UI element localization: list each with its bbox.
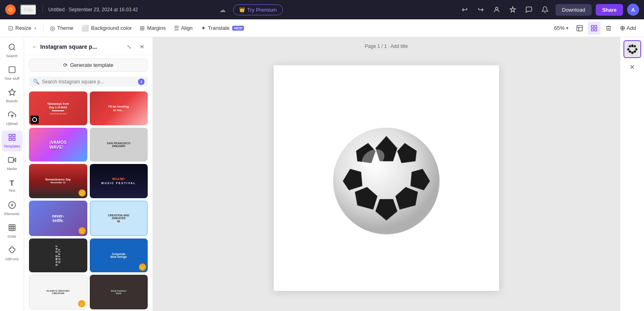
nav-divider-1 — [42, 6, 43, 14]
theme-button[interactable]: ◎ Theme — [47, 23, 76, 34]
try-premium-button[interactable]: 👑 Try Premium — [233, 4, 283, 15]
sidebar-item-brands[interactable]: Brands — [2, 85, 23, 106]
download-button[interactable]: Download — [555, 4, 592, 16]
template-card-12[interactable]: Dark FashionStyle — [90, 275, 148, 309]
editor-toolbar: ⊡ Resize ● ◎ Theme ⬜ Background color ⊞ … — [0, 19, 644, 37]
toolbar-divider-1 — [43, 24, 43, 33]
sidebar-item-search[interactable]: Search — [2, 40, 23, 61]
translate-icon: ✦ — [201, 25, 206, 32]
templates-icon — [8, 133, 16, 143]
undo-button[interactable]: ↩ — [458, 3, 471, 16]
sidebar-text-label: Text — [8, 189, 15, 193]
search-input[interactable] — [42, 79, 144, 85]
grid-view-icon[interactable] — [588, 22, 601, 35]
cloud-save-icon[interactable]: ☁ — [219, 6, 226, 14]
resize-button[interactable]: ⊡ Resize ● — [5, 23, 40, 34]
bg-color-button[interactable]: ⬜ Background color — [78, 23, 135, 34]
svg-rect-20 — [9, 225, 15, 231]
search-icon-small: 🔍 — [33, 79, 39, 85]
svg-rect-13 — [9, 135, 11, 137]
addons-icon — [8, 246, 16, 256]
add-button[interactable]: ⊕ Add — [617, 22, 639, 34]
template-card-9[interactable]: GAME DAY OUTFIT — [29, 238, 87, 272]
sidebar-item-media[interactable]: Media — [2, 153, 23, 174]
template-card-8[interactable]: CREATION ANDSWEATER📦 — [90, 201, 148, 236]
theme-icon: ◎ — [50, 25, 55, 32]
template-card-3[interactable]: ¡VAMOSWAVE! — [29, 128, 87, 162]
comment-icon-button[interactable] — [522, 3, 535, 16]
template-card-5[interactable]: Remembrance DayNovember 11 👑 — [29, 164, 87, 198]
crown-icon: 👑 — [239, 7, 245, 12]
media-icon — [8, 156, 16, 166]
sidebar-item-your-stuff[interactable]: Your stuff — [2, 63, 23, 84]
your-stuff-icon — [8, 66, 16, 76]
sidebar-yourstuff-label: Your stuff — [4, 77, 20, 81]
margins-button[interactable]: ⊞ Margins — [136, 23, 169, 34]
generate-template-button[interactable]: ⟳ Generate template — [29, 58, 148, 72]
templates-grid: Takeaways fromDay 1 of MAX Lorem ipsum t… — [24, 90, 153, 311]
svg-rect-14 — [12, 135, 15, 137]
user-avatar[interactable]: A — [627, 4, 639, 16]
sidebar-grids-label: Grids — [8, 234, 17, 239]
svg-rect-4 — [591, 25, 593, 27]
template-card-10[interactable]: CorporateBlue Design 👑 — [90, 238, 148, 272]
template-card-1[interactable]: Takeaways fromDay 1 of MAX Lorem ipsum t… — [29, 91, 87, 125]
svg-rect-7 — [594, 29, 597, 31]
templates-panel: ← Instagram square p... ⤡ ✕ ⟳ Generate t… — [24, 37, 153, 311]
zoom-chevron-icon: ▾ — [566, 26, 568, 30]
generate-label: Generate template — [70, 62, 114, 68]
translate-new-badge: NEW — [232, 26, 244, 31]
close-right-panel-button[interactable]: ✕ — [627, 61, 638, 73]
left-sidebar: Search Your stuff Brands Upload Template… — [0, 37, 24, 311]
translate-button[interactable]: ✦ Translate NEW — [198, 23, 248, 34]
elements-icon — [8, 201, 16, 211]
trash-icon[interactable] — [602, 22, 615, 35]
svg-marker-11 — [8, 89, 15, 95]
soccer-ball-element[interactable] — [326, 118, 447, 238]
svg-rect-15 — [9, 138, 11, 141]
template-card-2[interactable]: I'll be hostingin fee... — [90, 91, 148, 125]
sidebar-item-elements[interactable]: Elements — [2, 198, 23, 219]
page-nav-icon[interactable] — [573, 22, 586, 35]
redo-button[interactable]: ↪ — [474, 3, 487, 16]
share-button[interactable]: Share — [596, 4, 623, 16]
sidebar-item-addons[interactable]: Add-ons — [2, 243, 23, 264]
premium-badge-5: 👑 — [78, 189, 86, 197]
premium-badge-10: 👑 — [139, 263, 146, 271]
resize-icon: ⊡ — [8, 25, 13, 32]
panel-expand-button[interactable]: ⤡ — [124, 41, 135, 52]
svg-rect-5 — [594, 25, 597, 27]
sidebar-item-text[interactable]: T Text — [2, 176, 23, 197]
template-card-4[interactable]: SAN FRANCISCODREAMIN — [90, 128, 148, 162]
svg-rect-10 — [9, 67, 15, 73]
panel-back-button[interactable]: ← — [29, 41, 40, 52]
bg-color-icon: ⬜ — [81, 25, 89, 32]
toolbar-right-group: 65% ▾ ⊕ Add — [551, 22, 639, 35]
align-button[interactable]: ☰ Align — [171, 23, 196, 34]
profile-icon-button[interactable] — [490, 3, 503, 16]
sidebar-item-templates[interactable]: Templates — [2, 131, 23, 151]
sidebar-upload-label: Upload — [6, 122, 18, 126]
right-thumbnail[interactable] — [623, 40, 641, 58]
template-card-7[interactable]: never-settle. 👑 — [29, 201, 87, 236]
template-card-6[interactable]: MIAMIMUSIC FESTIVAL — [90, 164, 148, 198]
zoom-control[interactable]: 65% ▾ — [551, 23, 572, 33]
panel-header-icons: ⤡ ✕ — [124, 41, 148, 52]
sidebar-item-grids[interactable]: Grids — [2, 221, 23, 242]
filter-count-badge[interactable]: 2 — [138, 79, 144, 85]
bell-icon-button[interactable] — [539, 3, 551, 16]
svg-point-8 — [9, 44, 14, 50]
sidebar-item-upload[interactable]: Upload — [2, 108, 23, 129]
app-logo[interactable] — [5, 4, 16, 15]
sidebar-media-label: Media — [7, 167, 17, 171]
margins-label: Margins — [147, 25, 165, 31]
zoom-level: 65% — [554, 25, 565, 31]
canvas-frame[interactable] — [274, 65, 499, 291]
file-menu[interactable]: File — [20, 4, 37, 15]
magic-icon-button[interactable] — [506, 3, 519, 16]
svg-marker-17 — [13, 158, 16, 162]
template-card-11[interactable]: ALANA'S CROCHETCREATION 👑 — [29, 275, 87, 309]
canvas-area: Page 1 / 1 · Add title — [153, 37, 620, 311]
theme-label: Theme — [57, 25, 73, 31]
panel-close-button[interactable]: ✕ — [136, 41, 148, 52]
